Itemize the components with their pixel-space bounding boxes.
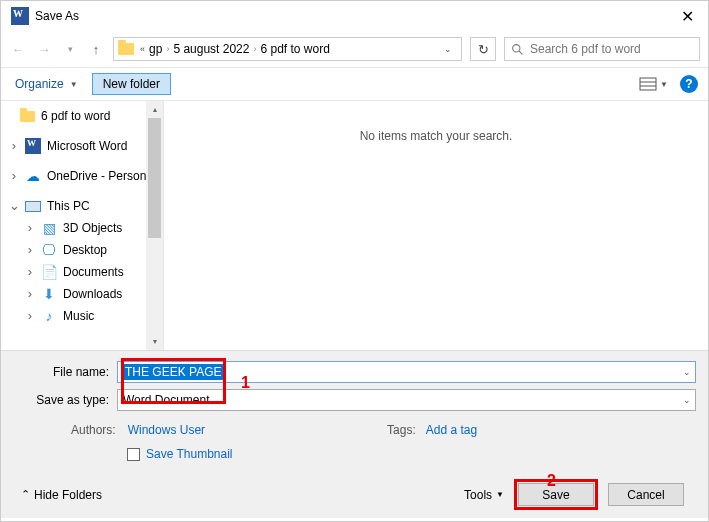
save-thumbnail-label[interactable]: Save Thumbnail [146, 447, 233, 461]
chevron-down-icon[interactable]: ⌄ [683, 395, 691, 405]
title-bar: Save As ✕ [1, 1, 708, 31]
expand-icon[interactable]: › [25, 267, 35, 277]
filename-value: THE GEEK PAGE [123, 364, 223, 380]
tree-item-6pdf[interactable]: 6 pdf to word [9, 105, 163, 127]
window-title: Save As [35, 9, 79, 23]
word-icon [25, 138, 41, 154]
breadcrumb-folder[interactable]: 6 pdf to word [260, 42, 329, 56]
navigation-tree: 6 pdf to word › Microsoft Word › ☁ OneDr… [1, 101, 163, 350]
word-app-icon [11, 7, 29, 25]
downloads-icon: ⬇ [41, 286, 57, 302]
dialog-footer: ⌃ Hide Folders Tools ▼ Save Cancel [13, 465, 696, 510]
save-button[interactable]: Save [518, 483, 594, 506]
pc-icon [25, 201, 41, 212]
tree-item-onedrive[interactable]: › ☁ OneDrive - Personal [9, 165, 163, 187]
breadcrumb-gp[interactable]: gp [149, 42, 162, 56]
chevron-down-icon: ▼ [70, 80, 78, 89]
cloud-icon: ☁ [25, 168, 41, 184]
type-value: Word Document [118, 393, 214, 407]
history-chevron-icon[interactable]: « [140, 44, 145, 54]
chevron-down-icon[interactable]: ⌄ [683, 367, 691, 377]
expand-icon[interactable]: › [9, 141, 19, 151]
folder-icon [20, 111, 35, 122]
organize-button[interactable]: Organize▼ [11, 73, 82, 95]
scroll-down-icon[interactable]: ▾ [146, 333, 163, 350]
main-area: 6 pdf to word › Microsoft Word › ☁ OneDr… [1, 101, 708, 350]
navigation-row: ← → ▾ ↑ « gp › 5 august 2022 › 6 pdf to … [1, 31, 708, 67]
svg-rect-2 [640, 78, 656, 90]
annotation-number-1: 1 [241, 374, 250, 392]
documents-icon: 📄 [41, 264, 57, 280]
chevron-down-icon: ▼ [660, 80, 668, 89]
save-options-panel: File name: THE GEEK PAGE ⌄ Save as type:… [1, 350, 708, 518]
scroll-up-icon[interactable]: ▴ [146, 101, 163, 118]
close-button[interactable]: ✕ [671, 3, 704, 30]
type-label: Save as type: [13, 393, 117, 407]
chevron-down-icon: ▼ [496, 490, 504, 499]
tree-scrollbar[interactable]: ▴ ▾ [146, 101, 163, 350]
search-placeholder: Search 6 pdf to word [530, 42, 641, 56]
refresh-button[interactable]: ↻ [470, 37, 496, 61]
toolbar: Organize▼ New folder ▼ ? [1, 67, 708, 101]
expand-icon[interactable]: › [25, 223, 35, 233]
annotation-number-2: 2 [547, 472, 556, 490]
address-dropdown[interactable]: ⌄ [439, 44, 457, 54]
forward-button[interactable]: → [35, 40, 53, 58]
tools-dropdown[interactable]: Tools ▼ [464, 488, 504, 502]
save-type-select[interactable]: Word Document ⌄ [117, 389, 696, 411]
empty-message: No items match your search. [360, 129, 513, 143]
search-icon [511, 43, 524, 56]
collapse-icon[interactable]: ⌄ [9, 201, 19, 211]
tree-item-downloads[interactable]: › ⬇ Downloads [9, 283, 163, 305]
scroll-thumb[interactable] [148, 118, 161, 238]
breadcrumb-date[interactable]: 5 august 2022 [173, 42, 249, 56]
authors-value[interactable]: Windows User [128, 423, 205, 437]
expand-icon[interactable]: › [9, 171, 19, 181]
tree-item-music[interactable]: › ♪ Music [9, 305, 163, 327]
expand-icon[interactable]: › [25, 245, 35, 255]
tree-item-3dobjects[interactable]: › ▧ 3D Objects [9, 217, 163, 239]
hide-folders-button[interactable]: ⌃ Hide Folders [21, 488, 102, 502]
search-input[interactable]: Search 6 pdf to word [504, 37, 700, 61]
cancel-button[interactable]: Cancel [608, 483, 684, 506]
chevron-up-icon: ⌃ [21, 488, 30, 501]
music-icon: ♪ [41, 308, 57, 324]
add-tag-link[interactable]: Add a tag [426, 423, 477, 437]
chevron-right-icon: › [253, 44, 256, 54]
authors-label: Authors: [71, 423, 116, 437]
expand-icon[interactable]: › [25, 289, 35, 299]
folder-icon [118, 43, 134, 55]
svg-line-1 [519, 51, 522, 54]
desktop-icon: 🖵 [41, 242, 57, 258]
file-list-pane: No items match your search. [163, 101, 708, 350]
expand-icon[interactable]: › [25, 311, 35, 321]
help-button[interactable]: ? [680, 75, 698, 93]
annotation-box-2: Save [514, 479, 598, 510]
save-thumbnail-checkbox[interactable] [127, 448, 140, 461]
address-bar[interactable]: « gp › 5 august 2022 › 6 pdf to word ⌄ [113, 37, 462, 61]
tree-item-desktop[interactable]: › 🖵 Desktop [9, 239, 163, 261]
recent-dropdown[interactable]: ▾ [61, 40, 79, 58]
back-button[interactable]: ← [9, 40, 27, 58]
tree-item-documents[interactable]: › 📄 Documents [9, 261, 163, 283]
tree-item-thispc[interactable]: ⌄ This PC [9, 195, 163, 217]
3d-icon: ▧ [41, 220, 57, 236]
view-icon [639, 77, 657, 91]
filename-input[interactable]: THE GEEK PAGE ⌄ [117, 361, 696, 383]
svg-point-0 [513, 44, 520, 51]
chevron-right-icon: › [166, 44, 169, 54]
tree-item-word[interactable]: › Microsoft Word [9, 135, 163, 157]
filename-label: File name: [13, 365, 117, 379]
up-button[interactable]: ↑ [87, 40, 105, 58]
view-options-button[interactable]: ▼ [637, 75, 670, 93]
tags-label: Tags: [387, 423, 416, 437]
new-folder-button[interactable]: New folder [92, 73, 171, 95]
